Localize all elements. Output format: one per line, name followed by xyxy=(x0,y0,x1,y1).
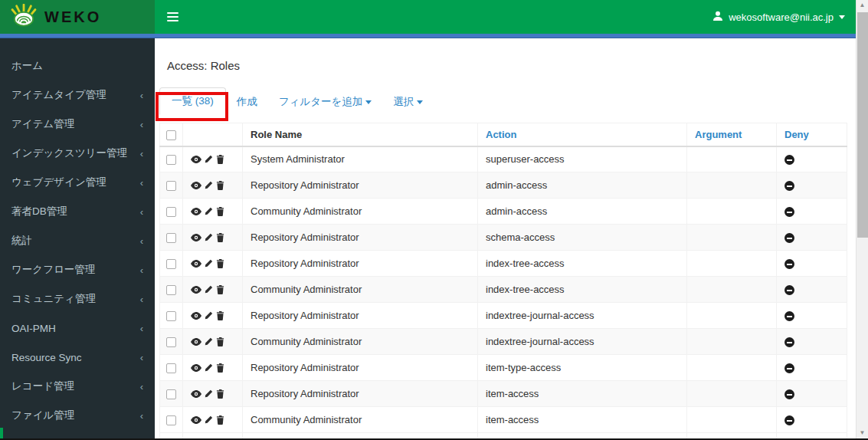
chevron-left-icon: ‹ xyxy=(140,119,143,130)
column-header-deny[interactable]: Deny xyxy=(777,123,847,146)
role-name-cell: System Administrator xyxy=(243,146,478,172)
edit-pencil-icon[interactable] xyxy=(205,207,213,215)
edit-pencil-icon[interactable] xyxy=(205,181,213,189)
edit-pencil-icon[interactable] xyxy=(205,285,213,294)
action-cell: item-type-access xyxy=(478,355,687,381)
row-checkbox[interactable] xyxy=(166,259,176,269)
delete-trash-icon[interactable] xyxy=(216,285,224,294)
view-icon[interactable] xyxy=(191,234,201,241)
delete-trash-icon[interactable] xyxy=(216,233,224,242)
row-checkbox[interactable] xyxy=(166,337,176,347)
row-checkbox[interactable] xyxy=(166,389,176,399)
vertical-scrollbar[interactable]: ▲ ▼ xyxy=(856,0,868,440)
table-row: Repository Administrator item-type-acces… xyxy=(160,355,847,381)
delete-trash-icon[interactable] xyxy=(216,207,224,216)
delete-trash-icon[interactable] xyxy=(216,181,224,190)
navbar-green-area: wekosoftware@nii.ac.jp xyxy=(155,0,856,34)
table-row: Community Administrator admin-access xyxy=(160,199,847,225)
edit-pencil-icon[interactable] xyxy=(205,389,213,398)
page-title: Access: Roles xyxy=(167,59,856,72)
deny-cell xyxy=(777,329,847,355)
row-checkbox[interactable] xyxy=(166,233,176,243)
edit-pencil-icon[interactable] xyxy=(205,311,213,320)
sidebar-item-item-mgmt[interactable]: アイテム管理 ‹ xyxy=(0,110,155,139)
tab-create[interactable]: 作成 xyxy=(226,89,268,115)
row-checkbox[interactable] xyxy=(166,207,176,217)
select-all-checkbox[interactable] xyxy=(166,130,176,140)
role-name-cell: Repository Administrator xyxy=(243,251,478,277)
edit-pencil-icon[interactable] xyxy=(205,337,213,346)
tab-list[interactable]: 一覧 (38) xyxy=(159,87,226,115)
deny-cell xyxy=(777,381,847,407)
delete-trash-icon[interactable] xyxy=(216,363,224,373)
sidebar-item-author-db-mgmt[interactable]: 著者DB管理 ‹ xyxy=(0,197,155,226)
sidebar-item-web-design-mgmt[interactable]: ウェブデザイン管理 ‹ xyxy=(0,168,155,197)
delete-trash-icon[interactable] xyxy=(216,337,224,346)
sidebar-item-oai-pmh[interactable]: OAI-PMH ‹ xyxy=(0,314,155,343)
view-icon[interactable] xyxy=(191,156,201,163)
deny-cell xyxy=(777,303,847,329)
row-checkbox[interactable] xyxy=(166,415,176,425)
role-name-cell: Repository Administrator xyxy=(243,172,478,199)
edit-pencil-icon[interactable] xyxy=(205,363,213,372)
role-name-cell: Community Administrator xyxy=(243,329,478,355)
row-checkbox[interactable] xyxy=(166,285,176,295)
view-tabs: 一覧 (38) 作成 フィルターを追加 選択 xyxy=(159,89,856,115)
scroll-up-icon[interactable]: ▲ xyxy=(857,0,868,11)
edit-pencil-icon[interactable] xyxy=(205,233,213,241)
sidebar-item-label: アイテム管理 xyxy=(11,117,74,131)
delete-trash-icon[interactable] xyxy=(216,389,224,399)
sidebar-item-statistics[interactable]: 統計 ‹ xyxy=(0,226,155,255)
row-checkbox[interactable] xyxy=(166,363,176,373)
column-header-action[interactable]: Action xyxy=(478,123,687,146)
deny-cell xyxy=(777,355,847,381)
brand-logo-area[interactable]: WEKO xyxy=(0,0,155,34)
deny-minus-circle-icon xyxy=(784,259,794,269)
view-icon[interactable] xyxy=(191,182,201,189)
chevron-left-icon: ‹ xyxy=(140,90,143,101)
delete-trash-icon[interactable] xyxy=(216,259,224,268)
table-row: Repository Administrator admin-access xyxy=(160,172,847,199)
row-checkbox[interactable] xyxy=(166,155,176,165)
user-menu[interactable]: wekosoftware@nii.ac.jp xyxy=(712,11,856,24)
delete-trash-icon[interactable] xyxy=(216,311,224,320)
view-icon[interactable] xyxy=(191,208,201,215)
deny-minus-circle-icon xyxy=(784,207,794,217)
sidebar-item-file-mgmt[interactable]: ファイル管理 ‹ xyxy=(0,401,155,430)
delete-trash-icon[interactable] xyxy=(216,415,224,425)
table-row: Repository Administrator index-tree-acce… xyxy=(160,251,847,277)
tab-add-filter[interactable]: フィルターを追加 xyxy=(268,89,383,115)
view-icon[interactable] xyxy=(191,416,201,424)
sidebar-item-label: レコード管理 xyxy=(11,379,74,393)
argument-cell xyxy=(687,329,777,355)
sidebar-item-home[interactable]: ホーム ‹ xyxy=(0,51,155,80)
sidebar-item-resource-sync[interactable]: Resource Sync ‹ xyxy=(0,343,155,372)
role-name-cell: Repository Administrator xyxy=(243,225,478,251)
sidebar-item-community-mgmt[interactable]: コミュニティ管理 ‹ xyxy=(0,284,155,314)
tab-select[interactable]: 選択 xyxy=(382,89,434,115)
edit-pencil-icon[interactable] xyxy=(205,259,213,268)
view-icon[interactable] xyxy=(191,364,201,372)
view-icon[interactable] xyxy=(191,286,201,294)
scrollbar-thumb[interactable] xyxy=(857,12,868,238)
deny-cell xyxy=(777,199,847,225)
sidebar-item-label: OAI-PMH xyxy=(11,323,56,334)
row-checkbox[interactable] xyxy=(166,181,176,191)
sidebar-item-workflow-mgmt[interactable]: ワークフロー管理 ‹ xyxy=(0,255,155,284)
view-icon[interactable] xyxy=(191,390,201,398)
deny-minus-circle-icon xyxy=(784,233,794,243)
delete-trash-icon[interactable] xyxy=(216,155,224,164)
row-checkbox[interactable] xyxy=(166,311,176,321)
view-icon[interactable] xyxy=(191,260,201,268)
sidebar-item-record-mgmt[interactable]: レコード管理 ‹ xyxy=(0,372,155,401)
sidebar-item-index-tree-mgmt[interactable]: インデックスツリー管理 ‹ xyxy=(0,139,155,168)
hamburger-menu-icon[interactable] xyxy=(155,2,191,32)
action-cell: admin-access xyxy=(478,172,687,199)
edit-pencil-icon[interactable] xyxy=(205,415,213,424)
column-header-argument[interactable]: Argument xyxy=(687,123,777,146)
sidebar-item-item-type-mgmt[interactable]: アイテムタイプ管理 ‹ xyxy=(0,80,155,110)
view-icon[interactable] xyxy=(191,312,201,320)
view-icon[interactable] xyxy=(191,338,201,346)
scroll-down-icon[interactable]: ▼ xyxy=(857,428,868,438)
edit-pencil-icon[interactable] xyxy=(205,155,213,163)
